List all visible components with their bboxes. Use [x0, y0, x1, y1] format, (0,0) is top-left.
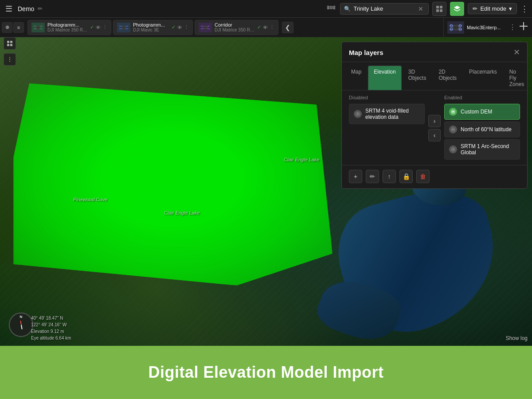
drone-tab-more-button[interactable]: ⋮: [509, 23, 516, 31]
svg-rect-10: [36, 26, 40, 29]
svg-point-35: [452, 149, 454, 150]
left-tools: [4, 37, 16, 66]
upload-layer-button[interactable]: ↑: [383, 170, 396, 183]
mission-tab-0-eye[interactable]: 👁: [96, 25, 101, 30]
enabled-column: Enabled Custom DEM North of 60°N latitud…: [444, 95, 520, 161]
lock-layer-button[interactable]: 🔒: [399, 170, 413, 183]
edit-mode-button[interactable]: ✏ Edit mode ▾: [468, 3, 517, 14]
move-left-button[interactable]: ‹: [428, 129, 441, 141]
edit-layer-button[interactable]: ✏: [366, 170, 379, 183]
add-layer-button[interactable]: +: [349, 170, 362, 183]
mission-tab-1-eye[interactable]: 👁: [177, 25, 182, 30]
search-box[interactable]: 🔍 ✕: [340, 3, 429, 15]
mission-tab-2-check: ✓: [257, 24, 261, 30]
mission-tab-2-name: Corridor: [215, 22, 254, 27]
panel-close-button[interactable]: ✕: [513, 47, 520, 57]
search-icon: 🔍: [344, 6, 351, 12]
panel-header: Map layers ✕: [342, 42, 527, 62]
edit-pencil-icon[interactable]: ✏: [38, 5, 43, 12]
mission-bar: ⊕ ≡ Photogramm... DJI Matrice 350 RT... …: [0, 18, 443, 37]
layer-custom-dem-icon: [449, 108, 457, 116]
drone-tab-thumbnail: [447, 21, 464, 34]
mission-tab-0-check: ✓: [90, 24, 94, 30]
mission-tab-0-icons: ✓ 👁 ⋮: [90, 24, 107, 30]
collapse-button[interactable]: ❮: [282, 22, 293, 33]
svg-rect-8: [440, 9, 442, 12]
left-tool-layers[interactable]: [4, 37, 16, 50]
layer-srtm1[interactable]: SRTM 1 Arc-Second Global: [444, 139, 520, 160]
layer-north-60[interactable]: North of 60°N latitude: [444, 121, 520, 137]
app-name: Demo: [18, 5, 34, 12]
edit-mode-icon: ✏: [473, 5, 477, 12]
mission-tab-1-more[interactable]: ⋮: [184, 24, 189, 30]
layer-north-60-icon: [449, 125, 457, 133]
compass-needle: [20, 320, 22, 329]
disabled-label: Disabled: [349, 95, 425, 100]
mission-tab-2[interactable]: Corridor DJI Matrice 350 RT... ✓ 👁 ⋮: [195, 20, 278, 35]
layer-custom-dem[interactable]: Custom DEM: [444, 104, 520, 120]
drone-icon: [326, 3, 336, 14]
dem-overlay-inner: [13, 73, 332, 286]
compass-north-label: N: [20, 315, 23, 319]
svg-point-26: [9, 59, 10, 60]
eye-altitude: Eye altitude 6.64 km: [31, 335, 71, 341]
map-layers-button[interactable]: [450, 2, 464, 16]
tab-elevation[interactable]: Elevation: [368, 66, 401, 90]
show-log-button[interactable]: Show log: [506, 335, 528, 341]
mission-tab-1[interactable]: Photogramm... DJI Mavic 3E ✓ 👁 ⋮: [113, 20, 193, 35]
svg-rect-21: [7, 41, 9, 43]
svg-point-31: [452, 111, 454, 113]
svg-point-33: [452, 129, 454, 130]
tab-no-fly-zones[interactable]: No Fly Zones: [504, 66, 530, 90]
mission-tab-1-icons: ✓ 👁 ⋮: [172, 24, 189, 30]
move-right-button[interactable]: ›: [428, 115, 441, 127]
tab-map[interactable]: Map: [345, 66, 367, 90]
search-clear-button[interactable]: ✕: [418, 5, 423, 12]
drone-tab-info: Mavic3Enterp...: [467, 25, 506, 30]
more-button[interactable]: ⋮: [520, 4, 528, 14]
mission-tab-2-more[interactable]: ⋮: [270, 24, 274, 30]
layer-srtm4[interactable]: SRTM 4 void-filled elevation data: [349, 104, 425, 124]
banner-title: Digital Elevation Model Import: [148, 363, 383, 382]
svg-point-25: [9, 57, 10, 58]
panel-columns: Disabled SRTM 4 void-filled elevation da…: [342, 90, 527, 161]
layer-north-60-name: North of 60°N latitude: [461, 126, 515, 133]
search-input[interactable]: [353, 5, 415, 12]
mission-tab-2-thumbnail: [199, 23, 212, 32]
svg-rect-14: [203, 26, 207, 29]
reorder-button[interactable]: ≡: [13, 22, 24, 33]
mission-tab-2-icons: ✓ 👁 ⋮: [257, 24, 274, 30]
edit-mode-label: Edit mode: [480, 5, 506, 12]
chevron-down-icon: ▾: [509, 5, 512, 12]
mission-tab-0[interactable]: Photogramm... DJI Matrice 350 RT... ✓ 👁 …: [27, 20, 111, 35]
svg-rect-22: [10, 41, 12, 43]
panel-footer: + ✏ ↑ 🔒 🗑: [342, 165, 527, 183]
elevation: Elevation 9.12 m: [31, 328, 71, 335]
svg-point-27: [9, 61, 10, 62]
tab-3d-objects[interactable]: 3D Objects: [403, 66, 432, 90]
mission-tab-0-name: Photogramm...: [47, 22, 87, 27]
add-mission-button[interactable]: ⊕: [2, 22, 12, 33]
mission-tab-1-sub: DJI Mavic 3E: [133, 27, 169, 32]
svg-rect-23: [7, 44, 9, 46]
mission-tab-1-thumbnail: [117, 23, 130, 32]
drone-tab-action-button[interactable]: [519, 21, 528, 33]
layer-srtm1-name: SRTM 1 Arc-Second Global: [461, 143, 515, 156]
tab-2d-objects[interactable]: 2D Objects: [433, 66, 462, 90]
longitude: 122° 49' 24.16'' W: [31, 321, 71, 328]
drone-tab: Mavic3Enterp... ⋮: [443, 18, 532, 37]
drone-tab-name: Mavic3Enterp...: [467, 25, 506, 30]
mission-tab-0-more[interactable]: ⋮: [102, 24, 107, 30]
layer-srtm4-icon: [354, 110, 362, 118]
delete-layer-button[interactable]: 🗑: [416, 170, 430, 183]
tab-placemarks[interactable]: Placemarks: [463, 66, 503, 90]
menu-button[interactable]: ☰: [4, 2, 14, 16]
svg-rect-6: [440, 6, 442, 8]
compass: N: [9, 313, 33, 337]
panel-arrows: › ‹: [425, 95, 444, 161]
svg-rect-0: [330, 6, 332, 9]
panel-title: Map layers: [349, 49, 383, 56]
left-tool-menu[interactable]: [4, 53, 16, 66]
layers-button[interactable]: [432, 2, 446, 16]
mission-tab-2-eye[interactable]: 👁: [263, 25, 268, 30]
